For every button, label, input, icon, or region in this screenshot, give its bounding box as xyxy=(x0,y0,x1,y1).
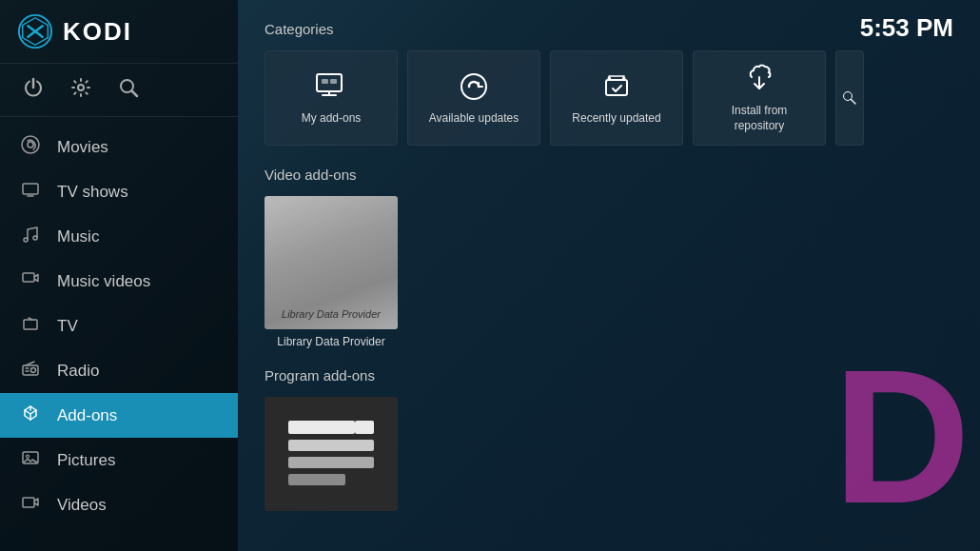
music-label: Music xyxy=(57,227,99,246)
svg-rect-16 xyxy=(24,320,37,329)
svg-rect-40 xyxy=(288,474,345,485)
sidebar-item-music-videos[interactable]: Music videos xyxy=(0,259,238,304)
svg-rect-24 xyxy=(23,498,34,507)
category-available-updates[interactable]: Available updates xyxy=(407,50,540,146)
svg-rect-15 xyxy=(23,273,34,282)
search-category-icon xyxy=(841,81,858,115)
sidebar-item-tv-shows[interactable]: TV shows xyxy=(0,169,238,214)
install-from-repository-icon xyxy=(742,62,776,96)
sidebar-item-music[interactable]: Music xyxy=(0,214,238,259)
program-addon-icon xyxy=(284,416,379,492)
video-addons-section: Video add-ons Library Data Provider Libr… xyxy=(265,167,953,348)
radio-icon xyxy=(19,359,42,383)
categories-row: My add-ons Available updates xyxy=(265,50,953,146)
svg-line-35 xyxy=(852,100,856,105)
svg-point-32 xyxy=(623,77,626,80)
recently-updated-icon xyxy=(599,69,634,104)
svg-rect-25 xyxy=(317,74,342,91)
settings-button[interactable] xyxy=(70,77,91,103)
sidebar-item-movies[interactable]: Movies xyxy=(0,125,238,169)
program-addons-title: Program add-ons xyxy=(265,367,953,384)
svg-point-33 xyxy=(608,77,611,80)
svg-line-2 xyxy=(28,26,35,31)
category-my-add-ons[interactable]: My add-ons xyxy=(265,50,398,146)
program-addon-card[interactable] xyxy=(265,397,398,511)
category-search[interactable] xyxy=(835,50,864,146)
video-addons-grid: Library Data Provider Library Data Provi… xyxy=(265,196,953,348)
sidebar-item-add-ons[interactable]: Add-ons xyxy=(0,393,238,438)
sidebar-nav: Movies TV shows Music Music videos TV xyxy=(0,117,238,551)
radio-label: Radio xyxy=(57,362,99,381)
add-ons-icon xyxy=(19,403,42,427)
svg-rect-37 xyxy=(355,421,374,434)
addon-thumbnail-text: Library Data Provider xyxy=(282,308,381,320)
sidebar-top-icons xyxy=(0,64,238,117)
movies-icon xyxy=(19,135,42,159)
video-addons-title: Video add-ons xyxy=(265,167,953,183)
category-install-from-repository[interactable]: Install from repository xyxy=(693,50,826,146)
sidebar-item-radio[interactable]: Radio xyxy=(0,348,238,393)
movies-label: Movies xyxy=(57,138,108,157)
svg-rect-39 xyxy=(288,457,374,468)
program-addons-grid xyxy=(265,397,953,511)
svg-rect-29 xyxy=(330,79,337,84)
tv-label: TV xyxy=(57,317,78,336)
svg-line-3 xyxy=(28,31,35,37)
addon-library-data-provider[interactable]: Library Data Provider Library Data Provi… xyxy=(265,196,398,348)
svg-point-9 xyxy=(22,136,39,153)
categories-title: Categories xyxy=(265,21,953,37)
svg-point-19 xyxy=(31,368,36,373)
add-ons-label: Add-ons xyxy=(57,406,117,425)
power-button[interactable] xyxy=(23,77,44,103)
tv-shows-icon xyxy=(19,180,42,204)
tv-icon xyxy=(19,314,42,338)
available-updates-label: Available updates xyxy=(429,111,519,127)
svg-rect-36 xyxy=(288,421,355,434)
svg-rect-38 xyxy=(288,440,374,451)
videos-label: Videos xyxy=(57,496,107,515)
search-button[interactable] xyxy=(118,77,139,103)
tv-shows-label: TV shows xyxy=(57,183,128,202)
categories-section: Categories My add-ons xyxy=(265,21,953,146)
app-title: KODI xyxy=(63,17,132,47)
addon-thumbnail-bg: Library Data Provider xyxy=(265,196,398,329)
category-recently-updated[interactable]: Recently updated xyxy=(550,50,683,146)
available-updates-icon xyxy=(457,69,491,104)
pictures-icon xyxy=(19,448,42,472)
addon-label: Library Data Provider xyxy=(265,335,398,348)
svg-line-4 xyxy=(35,26,43,31)
addon-thumbnail: Library Data Provider xyxy=(265,196,398,329)
svg-point-23 xyxy=(27,455,29,458)
music-icon xyxy=(19,225,42,248)
install-from-repository-label: Install from repository xyxy=(732,104,788,133)
music-videos-icon xyxy=(19,269,42,293)
svg-line-5 xyxy=(35,31,43,37)
time-display: 5:53 PM xyxy=(860,13,953,43)
svg-rect-31 xyxy=(606,80,627,95)
sidebar-item-pictures[interactable]: Pictures xyxy=(0,438,238,482)
my-add-ons-label: My add-ons xyxy=(302,111,362,127)
sidebar-item-tv[interactable]: TV xyxy=(0,304,238,348)
svg-point-10 xyxy=(28,142,33,148)
my-add-ons-icon xyxy=(314,69,348,104)
pictures-label: Pictures xyxy=(57,451,115,470)
svg-point-6 xyxy=(78,85,84,90)
kodi-logo-icon xyxy=(17,13,53,49)
program-addons-section: Program add-ons xyxy=(265,367,953,511)
svg-rect-28 xyxy=(322,79,328,84)
svg-rect-11 xyxy=(23,184,38,194)
sidebar: KODI Movies xyxy=(0,0,238,551)
main-content: 5:53 PM Categories My add-ons xyxy=(238,0,980,551)
svg-point-13 xyxy=(24,238,28,242)
videos-icon xyxy=(19,493,42,517)
music-videos-label: Music videos xyxy=(57,272,150,291)
svg-point-14 xyxy=(33,236,37,240)
svg-line-8 xyxy=(132,91,138,97)
recently-updated-label: Recently updated xyxy=(572,111,660,127)
sidebar-item-videos[interactable]: Videos xyxy=(0,482,238,527)
sidebar-header: KODI xyxy=(0,0,238,64)
